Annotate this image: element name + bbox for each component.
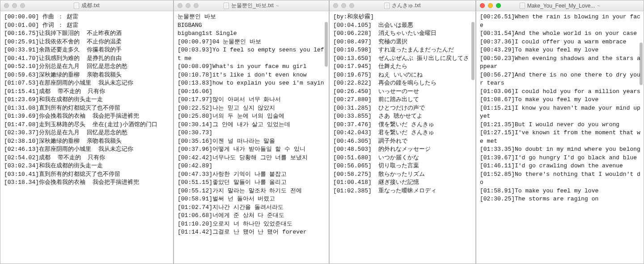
text-line[interactable]: [00:35.16]이젠 널 떠나라는 말을 xyxy=(178,137,326,146)
text-line[interactable]: [00:41.70]让我感到为难的 是挣扎的自由 xyxy=(4,55,170,63)
text-line[interactable]: [03:10.41]直到所有的灯都熄灭了也不停留 xyxy=(4,170,170,179)
text-line[interactable]: 눈물뿐인 바보 xyxy=(178,13,326,21)
text-line[interactable]: [00:16.06] xyxy=(178,88,326,96)
text-line[interactable]: [00:50.23]When evening shadows and the s… xyxy=(480,55,641,71)
text-line[interactable]: [by:和泉砂霧] xyxy=(333,13,473,21)
text-line[interactable]: [01:15.21]I know you haven't made your m… xyxy=(480,104,641,121)
text-line[interactable]: [01:02.74]지나간 시간을 돌려서라도 xyxy=(178,204,326,212)
text-line[interactable]: [00:48.503] 的外れなメッセージ xyxy=(333,145,473,154)
text-editor[interactable]: 눈물뿐인 바보BIGBANGbigbang1st Single[00:00.97… xyxy=(174,11,329,264)
text-editor[interactable]: [00:00.00] 作曲 ： 赵雷[00:01.00] 作词 ： 赵雷[00:… xyxy=(0,11,173,264)
text-line[interactable]: [00:26.450] いっせーのーせ xyxy=(333,88,473,96)
text-line[interactable]: [00:04.105] 出会いは最悪 xyxy=(333,21,473,30)
zoom-icon[interactable] xyxy=(349,3,354,8)
minimize-icon[interactable] xyxy=(341,3,346,8)
text-line[interactable]: [01:10.20]오로지 너 하나만 있었준대도 xyxy=(178,220,326,229)
text-line[interactable]: [00:31.285] ひとつだけの声で xyxy=(333,104,473,113)
text-line[interactable]: [00:22.822] 再会の鐘を鳴らしたら xyxy=(333,79,473,88)
text-line[interactable]: [00:58.275] 散らかったリズム xyxy=(333,170,473,179)
text-line[interactable]: [01:07.53]在那座阴雨的小城里 我从未忘记你 xyxy=(4,79,170,88)
text-line[interactable]: [00:33.91]余路还要走多久 你攥着我的手 xyxy=(4,46,170,55)
minimize-icon[interactable] xyxy=(186,3,191,8)
text-line[interactable]: bigbang1st Single xyxy=(178,30,326,38)
text-line[interactable]: [02:30.25]The storms are raging on xyxy=(480,195,641,204)
text-line[interactable]: [01:02.385] 重なった曖昧メロディ xyxy=(333,187,473,196)
text-line[interactable]: [01:39.67]I'd go hungry I'd go black and… xyxy=(480,154,641,162)
text-line[interactable]: [00:03.93]Yo I feel so empty seens you l… xyxy=(178,46,326,63)
text-line[interactable]: [00:33.855] さあ 聴かせてよ xyxy=(333,112,473,121)
text-line[interactable]: [00:47.33]사랑한 기억이 나를 붙잡고 xyxy=(178,170,326,179)
titlebar[interactable]: 눈물뿐인_바보.txt~ xyxy=(174,0,329,11)
text-line[interactable]: [00:56.065] 切り取った言葉 xyxy=(333,162,473,170)
text-line[interactable]: [01:15.41]成都 带不走的 只有你 xyxy=(4,88,170,96)
text-line[interactable]: [02:54.02]成都 带不走的 只有你 xyxy=(4,154,170,162)
text-line[interactable]: [00:06.228] 消えちゃいたい金曜日 xyxy=(333,30,473,38)
text-line[interactable]: [00:27.880] 前に踏み出して xyxy=(333,96,473,104)
text-line[interactable]: [00:30.73] xyxy=(178,129,326,137)
text-line[interactable]: [00:51.15]좋았던 말들이 나를 울리고 xyxy=(178,179,326,187)
minimize-icon[interactable] xyxy=(12,3,17,8)
zoom-icon[interactable] xyxy=(194,3,199,8)
text-line[interactable]: [00:22.52]나는 믿고 싶지 않았지 xyxy=(178,104,326,113)
text-line[interactable]: [01:58.91]To make you feel my love xyxy=(480,187,641,196)
text-line[interactable]: [00:31.54]And the whole world is on your… xyxy=(480,30,641,38)
text-line[interactable]: [00:37.476] 僕を繋いだ さんきゅ xyxy=(333,121,473,129)
titlebar[interactable]: Make_You_Feel_My_Love...~ xyxy=(476,0,644,11)
minimize-icon[interactable] xyxy=(488,3,493,8)
scrollbar-thumb[interactable] xyxy=(325,22,328,67)
text-line[interactable]: [00:59.63]深秋嫩绿的垂柳 亲吻着我额头 xyxy=(4,71,170,80)
text-line[interactable]: [01:00.418] 継ぎ接いだ記憶 xyxy=(333,179,473,187)
text-line[interactable]: [01:46.11]I'd go crawling down the avenu… xyxy=(480,162,641,170)
text-line[interactable]: [00:58.91]벌써 넌 돌아서 버렸고 xyxy=(178,195,326,204)
text-line[interactable]: [02:38.10]深秋嫩绿的垂柳 亲吻着我额头 xyxy=(4,137,170,146)
titlebar[interactable]: 成都.txt xyxy=(0,0,173,11)
scrollbar-thumb[interactable] xyxy=(471,22,475,80)
close-icon[interactable] xyxy=(4,3,9,8)
text-line[interactable]: [00:43.29]To make you feel my love xyxy=(480,46,641,55)
text-line[interactable]: [03:18.34]你会挽着我的衣袖 我会把手揣进裤兜 xyxy=(4,179,170,187)
text-line[interactable]: [01:33.35]No doubt in my mind where you … xyxy=(480,145,641,154)
text-line[interactable]: [00:13.83]how to explain you see i'm say… xyxy=(178,79,326,88)
text-line[interactable]: [00:42.89] xyxy=(178,162,326,170)
zoom-icon[interactable] xyxy=(496,3,501,8)
text-line[interactable]: [01:52.85]No there's nothing that I woul… xyxy=(480,170,641,187)
text-editor-window-0[interactable]: 成都.txt[00:00.00] 作曲 ： 赵雷[00:01.00] 作词 ： … xyxy=(0,0,174,264)
text-line[interactable]: [01:06.68]너에게 준 상처 다 준대도 xyxy=(178,212,326,220)
text-line[interactable]: [00:26.51]When the rain is blowing in yo… xyxy=(480,13,641,30)
text-editor-window-1[interactable]: 눈물뿐인_바보.txt~눈물뿐인 바보BIGBANGbigbang1st Sin… xyxy=(174,0,329,264)
text-line[interactable]: [00:51.680] いつか届くかな xyxy=(333,154,473,162)
text-line[interactable]: [00:37.36]I could offer you a warm embra… xyxy=(480,38,641,47)
close-icon[interactable] xyxy=(333,3,338,8)
text-line[interactable]: [01:27.15]I've known it from the moment … xyxy=(480,129,641,145)
text-line[interactable]: [00:13.650] ぜんぶぜんぶ 振り出しに戻してさ xyxy=(333,55,473,63)
text-line[interactable]: [01:21.35]But I would never do you wrong xyxy=(480,121,641,129)
text-line[interactable]: [00:56.27]And there is no one there to d… xyxy=(480,71,641,88)
zoom-icon[interactable] xyxy=(20,3,25,8)
text-line[interactable]: [00:42.42]너무나도 당황해 그만 너를 보냈지 xyxy=(178,154,326,162)
text-editor-window-3[interactable]: Make_You_Feel_My_Love...~[00:26.51]When … xyxy=(476,0,644,264)
scrollbar-thumb[interactable] xyxy=(640,43,643,85)
close-icon[interactable] xyxy=(178,3,182,8)
text-line[interactable]: [01:03.06]I could hold you for a million… xyxy=(480,88,641,96)
text-editor[interactable]: [by:和泉砂霧][00:04.105] 出会いは最悪[00:06.228] 消… xyxy=(330,11,475,264)
text-line[interactable]: [00:08.09]What's in your face mu girl xyxy=(178,63,326,71)
text-line[interactable]: [00:19.675] ねえ いいのにね xyxy=(333,71,473,80)
text-line[interactable]: [00:25.91]让我依依不舍的 不止你的温柔 xyxy=(4,38,170,47)
text-line[interactable]: [00:16.75]让我掉下眼泪的 不止昨夜的酒 xyxy=(4,30,170,38)
text-line[interactable]: [02:30.37]分别总是在九月 回忆是思念的愁 xyxy=(4,129,170,137)
text-line[interactable]: [00:25.80]너의 두 눈에 너의 입술에 xyxy=(178,112,326,121)
text-line[interactable]: [00:17.945] 仕舞えたら xyxy=(333,63,473,71)
text-editor[interactable]: [00:26.51]When the rain is blowing in yo… xyxy=(476,11,644,264)
text-line[interactable]: [00:10.78]it's like i don't even know xyxy=(178,71,326,80)
text-line[interactable]: [00:00.00] 作曲 ： 赵雷 xyxy=(4,13,170,21)
text-line[interactable]: [00:46.305] 調子外れで xyxy=(333,137,473,146)
text-line[interactable]: [00:42.043] 君を繋いだ さんきゅ xyxy=(333,129,473,137)
text-line[interactable]: [00:37.96]어떻게 내가 받아들일 할 수 있니 xyxy=(178,145,326,154)
text-line[interactable]: [01:23.69]和我在成都的街头走一走 xyxy=(4,96,170,104)
text-line[interactable]: [01:47.08]走到玉林路的尽头 坐在(走过)小酒馆的门口 xyxy=(4,121,170,129)
text-line[interactable]: [00:01.00] 作词 ： 赵雷 xyxy=(4,21,170,30)
text-line[interactable]: [00:52.10]分别总是在九月 回忆是思念的愁 xyxy=(4,63,170,71)
text-editor-window-2[interactable]: さんきゅ.txt[by:和泉砂霧][00:04.105] 出会いは最悪[00:0… xyxy=(329,0,476,264)
titlebar[interactable]: さんきゅ.txt xyxy=(330,0,475,11)
text-line[interactable]: [00:08.497] 究極の選択 xyxy=(333,38,473,47)
